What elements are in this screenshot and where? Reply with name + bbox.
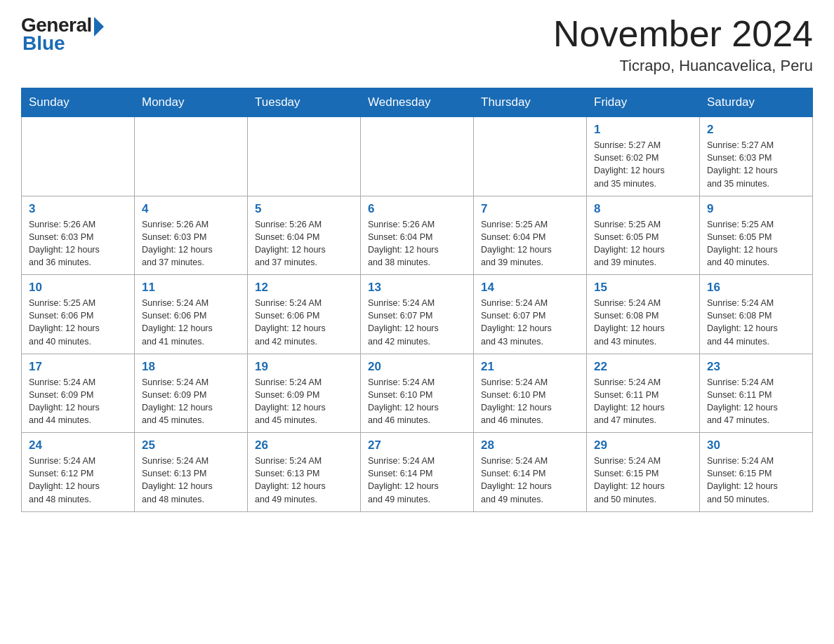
day-number: 5 [255, 202, 353, 216]
day-info: Sunrise: 5:26 AM Sunset: 6:03 PM Dayligh… [142, 218, 240, 269]
calendar-cell: 18Sunrise: 5:24 AM Sunset: 6:09 PM Dayli… [135, 354, 248, 433]
calendar-cell [135, 117, 248, 196]
calendar-cell [248, 117, 361, 196]
day-number: 21 [481, 360, 579, 374]
day-number: 27 [368, 438, 466, 452]
day-info: Sunrise: 5:24 AM Sunset: 6:07 PM Dayligh… [481, 297, 579, 348]
calendar-cell [361, 117, 474, 196]
calendar-week-row: 24Sunrise: 5:24 AM Sunset: 6:12 PM Dayli… [22, 433, 813, 512]
day-number: 10 [29, 281, 127, 295]
calendar-cell: 17Sunrise: 5:24 AM Sunset: 6:09 PM Dayli… [22, 354, 135, 433]
calendar-cell: 24Sunrise: 5:24 AM Sunset: 6:12 PM Dayli… [22, 433, 135, 512]
day-info: Sunrise: 5:24 AM Sunset: 6:09 PM Dayligh… [29, 376, 127, 427]
day-info: Sunrise: 5:24 AM Sunset: 6:08 PM Dayligh… [707, 297, 805, 348]
day-info: Sunrise: 5:24 AM Sunset: 6:13 PM Dayligh… [255, 455, 353, 506]
day-info: Sunrise: 5:27 AM Sunset: 6:03 PM Dayligh… [707, 139, 805, 190]
day-number: 7 [481, 202, 579, 216]
calendar-cell: 5Sunrise: 5:26 AM Sunset: 6:04 PM Daylig… [248, 196, 361, 275]
calendar-cell: 3Sunrise: 5:26 AM Sunset: 6:03 PM Daylig… [22, 196, 135, 275]
day-info: Sunrise: 5:24 AM Sunset: 6:15 PM Dayligh… [594, 455, 692, 506]
page-header: General Blue November 2024 Ticrapo, Huan… [21, 14, 813, 75]
calendar-cell: 2Sunrise: 5:27 AM Sunset: 6:03 PM Daylig… [700, 117, 813, 196]
calendar-cell: 7Sunrise: 5:25 AM Sunset: 6:04 PM Daylig… [474, 196, 587, 275]
calendar-cell: 21Sunrise: 5:24 AM Sunset: 6:10 PM Dayli… [474, 354, 587, 433]
day-number: 28 [481, 438, 579, 452]
day-number: 29 [594, 438, 692, 452]
month-year-title: November 2024 [553, 14, 813, 54]
calendar-cell: 11Sunrise: 5:24 AM Sunset: 6:06 PM Dayli… [135, 275, 248, 354]
weekday-header-row: SundayMondayTuesdayWednesdayThursdayFrid… [22, 88, 813, 117]
day-info: Sunrise: 5:25 AM Sunset: 6:05 PM Dayligh… [594, 218, 692, 269]
calendar-week-row: 3Sunrise: 5:26 AM Sunset: 6:03 PM Daylig… [22, 196, 813, 275]
calendar-cell: 20Sunrise: 5:24 AM Sunset: 6:10 PM Dayli… [361, 354, 474, 433]
day-info: Sunrise: 5:24 AM Sunset: 6:11 PM Dayligh… [594, 376, 692, 427]
calendar-cell [22, 117, 135, 196]
calendar-cell: 13Sunrise: 5:24 AM Sunset: 6:07 PM Dayli… [361, 275, 474, 354]
logo: General Blue [21, 14, 104, 55]
day-number: 3 [29, 202, 127, 216]
calendar-table: SundayMondayTuesdayWednesdayThursdayFrid… [21, 88, 813, 512]
weekday-header-thursday: Thursday [474, 88, 587, 117]
day-info: Sunrise: 5:24 AM Sunset: 6:11 PM Dayligh… [707, 376, 805, 427]
day-info: Sunrise: 5:25 AM Sunset: 6:06 PM Dayligh… [29, 297, 127, 348]
day-info: Sunrise: 5:24 AM Sunset: 6:09 PM Dayligh… [255, 376, 353, 427]
calendar-cell: 14Sunrise: 5:24 AM Sunset: 6:07 PM Dayli… [474, 275, 587, 354]
calendar-week-row: 10Sunrise: 5:25 AM Sunset: 6:06 PM Dayli… [22, 275, 813, 354]
calendar-cell: 22Sunrise: 5:24 AM Sunset: 6:11 PM Dayli… [587, 354, 700, 433]
calendar-cell: 6Sunrise: 5:26 AM Sunset: 6:04 PM Daylig… [361, 196, 474, 275]
title-block: November 2024 Ticrapo, Huancavelica, Per… [553, 14, 813, 75]
day-info: Sunrise: 5:24 AM Sunset: 6:10 PM Dayligh… [368, 376, 466, 427]
day-info: Sunrise: 5:24 AM Sunset: 6:07 PM Dayligh… [368, 297, 466, 348]
day-number: 8 [594, 202, 692, 216]
day-number: 19 [255, 360, 353, 374]
day-info: Sunrise: 5:24 AM Sunset: 6:13 PM Dayligh… [142, 455, 240, 506]
calendar-cell: 30Sunrise: 5:24 AM Sunset: 6:15 PM Dayli… [700, 433, 813, 512]
weekday-header-friday: Friday [587, 88, 700, 117]
calendar-cell: 19Sunrise: 5:24 AM Sunset: 6:09 PM Dayli… [248, 354, 361, 433]
day-number: 25 [142, 438, 240, 452]
calendar-cell: 8Sunrise: 5:25 AM Sunset: 6:05 PM Daylig… [587, 196, 700, 275]
calendar-cell: 16Sunrise: 5:24 AM Sunset: 6:08 PM Dayli… [700, 275, 813, 354]
weekday-header-sunday: Sunday [22, 88, 135, 117]
calendar-cell [474, 117, 587, 196]
day-info: Sunrise: 5:24 AM Sunset: 6:09 PM Dayligh… [142, 376, 240, 427]
day-info: Sunrise: 5:26 AM Sunset: 6:03 PM Dayligh… [29, 218, 127, 269]
day-info: Sunrise: 5:24 AM Sunset: 6:14 PM Dayligh… [481, 455, 579, 506]
weekday-header-monday: Monday [135, 88, 248, 117]
calendar-cell: 23Sunrise: 5:24 AM Sunset: 6:11 PM Dayli… [700, 354, 813, 433]
calendar-cell: 27Sunrise: 5:24 AM Sunset: 6:14 PM Dayli… [361, 433, 474, 512]
day-number: 9 [707, 202, 805, 216]
day-number: 20 [368, 360, 466, 374]
day-info: Sunrise: 5:24 AM Sunset: 6:08 PM Dayligh… [594, 297, 692, 348]
calendar-week-row: 17Sunrise: 5:24 AM Sunset: 6:09 PM Dayli… [22, 354, 813, 433]
calendar-cell: 12Sunrise: 5:24 AM Sunset: 6:06 PM Dayli… [248, 275, 361, 354]
day-info: Sunrise: 5:24 AM Sunset: 6:12 PM Dayligh… [29, 455, 127, 506]
day-number: 12 [255, 281, 353, 295]
day-number: 26 [255, 438, 353, 452]
weekday-header-wednesday: Wednesday [361, 88, 474, 117]
day-number: 23 [707, 360, 805, 374]
calendar-cell: 1Sunrise: 5:27 AM Sunset: 6:02 PM Daylig… [587, 117, 700, 196]
day-info: Sunrise: 5:24 AM Sunset: 6:14 PM Dayligh… [368, 455, 466, 506]
calendar-cell: 26Sunrise: 5:24 AM Sunset: 6:13 PM Dayli… [248, 433, 361, 512]
logo-arrow-icon [94, 17, 104, 36]
location-subtitle: Ticrapo, Huancavelica, Peru [553, 57, 813, 75]
calendar-cell: 29Sunrise: 5:24 AM Sunset: 6:15 PM Dayli… [587, 433, 700, 512]
calendar-cell: 25Sunrise: 5:24 AM Sunset: 6:13 PM Dayli… [135, 433, 248, 512]
day-info: Sunrise: 5:25 AM Sunset: 6:05 PM Dayligh… [707, 218, 805, 269]
day-number: 18 [142, 360, 240, 374]
weekday-header-tuesday: Tuesday [248, 88, 361, 117]
calendar-cell: 4Sunrise: 5:26 AM Sunset: 6:03 PM Daylig… [135, 196, 248, 275]
day-info: Sunrise: 5:24 AM Sunset: 6:06 PM Dayligh… [142, 297, 240, 348]
day-number: 17 [29, 360, 127, 374]
day-number: 15 [594, 281, 692, 295]
day-info: Sunrise: 5:24 AM Sunset: 6:15 PM Dayligh… [707, 455, 805, 506]
day-number: 22 [594, 360, 692, 374]
day-number: 2 [707, 123, 805, 137]
calendar-cell: 9Sunrise: 5:25 AM Sunset: 6:05 PM Daylig… [700, 196, 813, 275]
day-info: Sunrise: 5:26 AM Sunset: 6:04 PM Dayligh… [255, 218, 353, 269]
calendar-cell: 15Sunrise: 5:24 AM Sunset: 6:08 PM Dayli… [587, 275, 700, 354]
day-info: Sunrise: 5:24 AM Sunset: 6:10 PM Dayligh… [481, 376, 579, 427]
logo-blue-text: Blue [22, 32, 65, 55]
calendar-cell: 28Sunrise: 5:24 AM Sunset: 6:14 PM Dayli… [474, 433, 587, 512]
